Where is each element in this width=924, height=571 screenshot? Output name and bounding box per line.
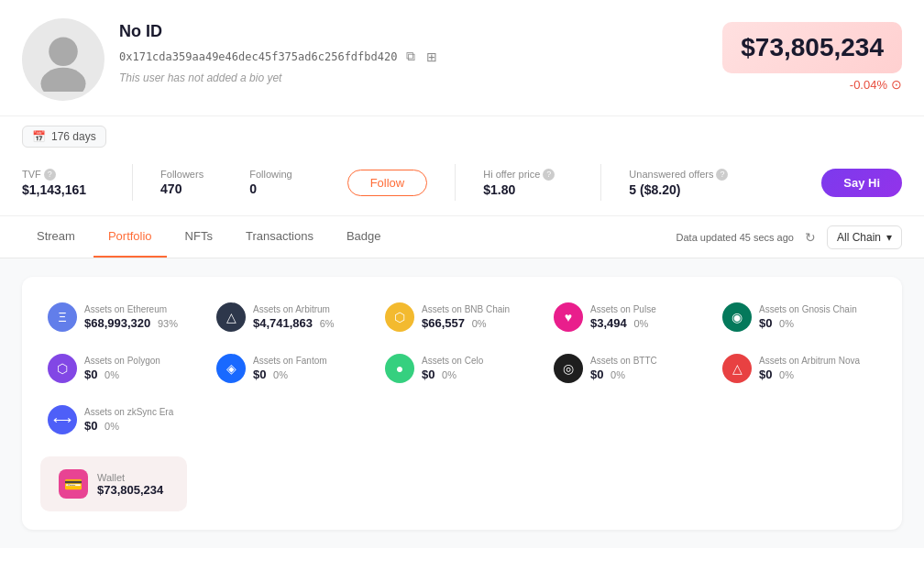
asset-item[interactable]: ⬡ Assets on Polygon $0 0% xyxy=(40,346,209,390)
stat-tvf: TVF ? $1,143,161 xyxy=(22,169,114,197)
hi-offer-label: Hi offer price xyxy=(483,169,540,180)
unanswered-value: 5 ($8.20) xyxy=(629,182,728,197)
portfolio-total: $73,805,234 xyxy=(741,33,884,62)
tvf-help-icon[interactable]: ? xyxy=(44,169,56,181)
asset-details: Assets on Arbitrum $4,741,863 6% xyxy=(253,304,335,330)
followers-label: Followers xyxy=(160,169,204,180)
svg-point-1 xyxy=(41,68,86,92)
chain-logo: △ xyxy=(722,354,752,383)
asset-value: $0 xyxy=(422,368,434,381)
asset-item[interactable]: ◎ Assets on BTTC $0 0% xyxy=(546,346,715,390)
tab-stream[interactable]: Stream xyxy=(22,216,90,258)
asset-chain-label: Assets on Arbitrum xyxy=(253,304,335,314)
assets-grid-card: Ξ Assets on Ethereum $68,993,320 93% △ A… xyxy=(22,277,902,530)
chain-logo: ◈ xyxy=(216,354,246,383)
chain-select-label: All Chain xyxy=(837,231,881,244)
avatar xyxy=(22,18,104,101)
asset-value: $0 xyxy=(84,368,97,381)
asset-item[interactable]: Ξ Assets on Ethereum $68,993,320 93% xyxy=(40,295,209,339)
asset-pct: 0% xyxy=(104,421,119,432)
asset-item[interactable]: ◈ Assets on Fantom $0 0% xyxy=(209,346,378,390)
profile-header: No ID 0x171cda359aa49e46dec45f375ad6c256… xyxy=(0,0,924,116)
stat-divider-2 xyxy=(455,164,456,201)
asset-chain-label: Assets on Arbitrum Nova xyxy=(759,356,860,366)
svg-point-0 xyxy=(49,38,78,67)
stat-followers: Followers 470 xyxy=(160,169,231,196)
asset-value: $0 xyxy=(759,316,772,330)
asset-chain-label: Assets on Polygon xyxy=(84,356,160,366)
asset-item[interactable]: △ Assets on Arbitrum $4,741,863 6% xyxy=(209,295,378,339)
asset-pct: 0% xyxy=(104,369,119,380)
asset-chain-label: Assets on Fantom xyxy=(253,356,327,366)
asset-chain-label: Assets on Gnosis Chain xyxy=(759,304,857,314)
tab-transactions[interactable]: Transactions xyxy=(231,216,328,258)
tab-badge[interactable]: Badge xyxy=(332,216,396,258)
tvf-label: TVF xyxy=(22,169,41,180)
chevron-down-icon: ⊙ xyxy=(891,77,902,92)
tab-portfolio[interactable]: Portfolio xyxy=(94,216,167,258)
data-updated-text: Data updated 45 secs ago xyxy=(676,232,794,243)
asset-details: Assets on BNB Chain $66,557 0% xyxy=(422,304,510,330)
portfolio-value-section: $73,805,234 -0.04% ⊙ xyxy=(722,18,902,92)
asset-pct: 0% xyxy=(610,369,625,380)
follow-button[interactable]: Follow xyxy=(347,170,428,196)
copy-address-button[interactable]: ⧉ xyxy=(404,47,417,66)
following-value: 0 xyxy=(249,181,292,196)
chain-logo: ♥ xyxy=(554,302,583,332)
asset-value: $66,557 xyxy=(422,316,465,330)
asset-chain-label: Assets on Ethereum xyxy=(84,304,178,314)
say-hi-button[interactable]: Say Hi xyxy=(821,169,902,197)
chain-logo: Ξ xyxy=(48,302,77,332)
asset-pct: 0% xyxy=(442,369,456,380)
page-wrapper: No ID 0x171cda359aa49e46dec45f375ad6c256… xyxy=(0,0,924,571)
tvf-value: $1,143,161 xyxy=(22,182,86,197)
portfolio-change: -0.04% ⊙ xyxy=(722,77,902,92)
unanswered-help-icon[interactable]: ? xyxy=(716,169,728,181)
asset-pct: 6% xyxy=(320,318,335,329)
chain-logo: ⬡ xyxy=(385,302,414,332)
asset-pct: 0% xyxy=(779,369,794,380)
asset-chain-label: Assets on zkSync Era xyxy=(84,407,173,417)
portfolio-bg: $73,805,234 xyxy=(722,22,902,73)
asset-pct: 0% xyxy=(779,318,794,329)
qr-code-button[interactable]: ⊞ xyxy=(424,48,439,66)
asset-details: Assets on Arbitrum Nova $0 0% xyxy=(759,356,860,381)
stat-divider-1 xyxy=(132,164,133,201)
asset-item[interactable]: ⬡ Assets on BNB Chain $66,557 0% xyxy=(378,295,546,339)
asset-value: $0 xyxy=(759,368,772,381)
hi-offer-value: $1.80 xyxy=(483,182,555,197)
asset-item[interactable]: △ Assets on Arbitrum Nova $0 0% xyxy=(715,346,884,390)
asset-item[interactable]: ⟷ Assets on zkSync Era $0 0% xyxy=(40,398,209,442)
stat-divider-3 xyxy=(600,164,601,201)
asset-item[interactable]: ◉ Assets on Gnosis Chain $0 0% xyxy=(715,295,884,339)
refresh-icon[interactable]: ↻ xyxy=(805,230,816,245)
asset-chain-label: Assets on Celo xyxy=(422,356,483,366)
calendar-icon: 📅 xyxy=(32,130,46,143)
portfolio-change-value: -0.04% xyxy=(850,78,887,92)
wallet-address-row: 0x171cda359aa49e46dec45f375ad6c256fdfbd4… xyxy=(119,47,708,66)
wallet-card-label: Wallet xyxy=(97,472,163,483)
hi-offer-help-icon[interactable]: ? xyxy=(543,169,555,181)
asset-value: $0 xyxy=(84,419,97,433)
asset-pct: 0% xyxy=(472,318,487,329)
asset-value: $68,993,320 xyxy=(84,316,150,330)
wallet-cards: 💳 Wallet $73,805,234 xyxy=(40,456,884,511)
chain-select[interactable]: All Chain ▾ xyxy=(827,225,902,249)
asset-pct: 0% xyxy=(633,318,648,329)
stat-unanswered: Unanswered offers ? 5 ($8.20) xyxy=(629,169,755,197)
days-value: 176 days xyxy=(51,130,96,143)
chain-logo: ⟷ xyxy=(48,405,77,434)
assets-grid: Ξ Assets on Ethereum $68,993,320 93% △ A… xyxy=(40,295,884,442)
asset-item[interactable]: ♥ Assets on Pulse $3,494 0% xyxy=(546,295,715,339)
wallet-summary-card[interactable]: 💳 Wallet $73,805,234 xyxy=(40,456,187,511)
main-content: Ξ Assets on Ethereum $68,993,320 93% △ A… xyxy=(0,258,924,548)
asset-details: Assets on Pulse $3,494 0% xyxy=(590,304,656,330)
asset-pct: 0% xyxy=(273,369,288,380)
tab-nfts[interactable]: NFTs xyxy=(170,216,227,258)
chain-logo: △ xyxy=(216,302,246,332)
stat-following: Following 0 xyxy=(249,169,319,196)
asset-item[interactable]: ● Assets on Celo $0 0% xyxy=(378,346,546,390)
unanswered-label: Unanswered offers xyxy=(629,169,713,180)
followers-value: 470 xyxy=(160,181,204,196)
asset-details: Assets on Gnosis Chain $0 0% xyxy=(759,304,857,330)
